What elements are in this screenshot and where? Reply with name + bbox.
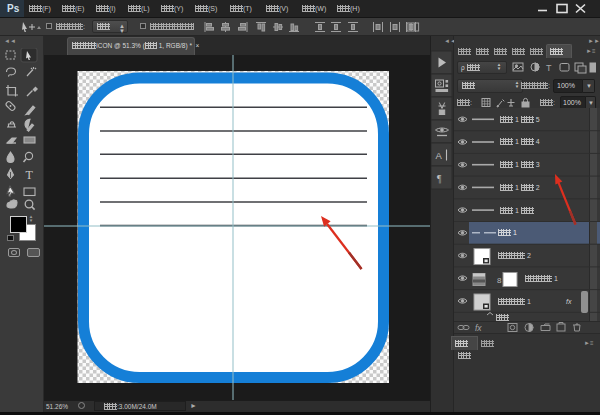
svg-text:T: T — [26, 168, 34, 182]
svg-text:8: 8 — [497, 276, 502, 285]
svg-text:A: A — [436, 150, 443, 161]
svg-text:¶: ¶ — [437, 174, 442, 184]
svg-text:T: T — [546, 63, 552, 73]
svg-text:fx: fx — [475, 323, 482, 333]
